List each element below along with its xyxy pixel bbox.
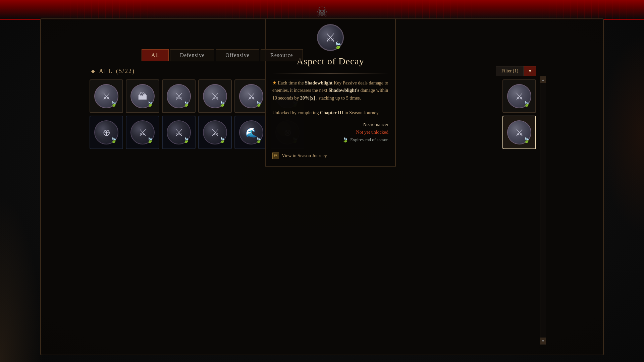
right-aspect-shape-1: ⚔ [515, 91, 524, 102]
desc-each-time: Each time the [278, 80, 305, 85]
aspect-icon-5: ⚔ 🍃 [239, 84, 263, 108]
aspect-icon-3: ⚔ 🍃 [167, 84, 191, 108]
tooltip-divider-bottom [272, 146, 388, 146]
top-border: ☠ [0, 0, 644, 20]
leaf-icon-10: 🍃 [219, 137, 226, 143]
aspect-shape-2: 🏔 [138, 91, 147, 102]
leaf-icon-3: 🍃 [183, 101, 190, 107]
tab-offensive[interactable]: Offensive [216, 49, 259, 61]
tab-bar: All Defensive Offensive Resource [142, 49, 303, 61]
grid-item-7[interactable]: ⊕ 🍃 [90, 116, 123, 149]
right-aspect-shape-2: ⚔ [515, 127, 524, 138]
leaf-icon-8: 🍃 [147, 137, 153, 143]
leaf-icon-4: 🍃 [219, 101, 226, 107]
grid-item-3[interactable]: ⚔ 🍃 [162, 79, 196, 113]
leaf-icon-9: 🍃 [183, 137, 190, 143]
diamond-icon: ◆ [91, 68, 96, 74]
grid-item-4[interactable]: ⚔ 🍃 [198, 79, 232, 113]
aspect-shape-8: ⚔ [139, 127, 147, 138]
desc-shadowblight-1: Shadowblight [305, 80, 332, 85]
tooltip-class-label: Necromancer [363, 122, 388, 127]
leaf-icon-1: 🍃 [110, 101, 117, 107]
chapter-text: Chapter III [320, 110, 343, 115]
right-leaf-2: 🍃 [523, 137, 530, 143]
leaf-icon-7: 🍃 [110, 137, 117, 143]
leaf-icon-2: 🍃 [147, 101, 153, 107]
tooltip-expires: 🍃 Expires end of season [266, 136, 395, 144]
aspect-icon-9: ⚔ 🍃 [167, 120, 191, 144]
unlock-prefix: Unlocked by completing [272, 110, 320, 115]
aspect-scythe-1: ⚔ [102, 91, 111, 102]
aspect-shape-11: 🌊 [246, 127, 257, 138]
filter-arrow-icon[interactable]: ▼ [524, 66, 536, 76]
desc-percent: 20%[x] [300, 96, 315, 101]
all-text: ALL [99, 68, 113, 75]
tab-resource[interactable]: Resource [261, 49, 303, 61]
right-item-2-selected[interactable]: ⚔ 🍃 [502, 116, 536, 149]
view-journey-label: View in Season Journey [282, 153, 327, 159]
desc-shadowblight-2: Shadowblight's [328, 88, 359, 93]
filter-label: Filter (1) [496, 66, 524, 76]
aspect-icon-1: ⚔ 🍃 [94, 84, 118, 108]
leaf-icon-11: 🍃 [255, 137, 262, 143]
aspect-shape-7: ⊕ [103, 127, 110, 138]
aspect-icon-2: 🏔 🍃 [130, 84, 155, 108]
grid-item-2[interactable]: 🏔 🍃 [126, 79, 159, 113]
season-journey-icon: 🗺 [272, 153, 279, 159]
grid-item-5[interactable]: ⚔ 🍃 [234, 79, 268, 113]
grid-item-1[interactable]: ⚔ 🍃 [90, 79, 123, 113]
view-journey-button[interactable]: 🗺 View in Season Journey [266, 149, 395, 161]
aspect-icon-7: ⊕ 🍃 [94, 120, 118, 144]
scrollbar: ▲ ▼ [540, 76, 546, 345]
aspect-shape-10: ⚔ [211, 127, 219, 138]
tooltip-divider-top [272, 73, 388, 74]
tooltip-unlock-text: Unlocked by completing Chapter III in Se… [266, 106, 395, 120]
grid-item-11[interactable]: 🌊 🍃 [234, 116, 268, 149]
tooltip-not-unlocked: Not yet unlocked [266, 129, 395, 136]
all-label-row: ◆ ALL (5/22) [91, 68, 135, 75]
tooltip-description: ★ Each time the Shadowblight Key Passive… [266, 75, 395, 106]
scrollbar-down[interactable]: ▼ [540, 338, 546, 344]
in-season-text: in Season Journey [344, 110, 379, 115]
right-aspect-icon-1: ⚔ 🍃 [507, 84, 531, 108]
right-leaf-1: 🍃 [523, 101, 530, 107]
tooltip-class-row: Necromancer [266, 120, 395, 129]
desc-stacking: , stacking up to 5 times. [316, 96, 361, 101]
grid-item-9[interactable]: ⚔ 🍃 [162, 116, 196, 149]
env-left [0, 194, 44, 362]
tooltip-panel: ⚔ 🍃 Aspect of Decay ★ Each time the Shad… [265, 18, 396, 167]
aspect-icon-8: ⚔ 🍃 [130, 120, 155, 144]
right-aspect-icon-2: ⚔ 🍃 [507, 120, 531, 144]
expires-text: Expires end of season [350, 137, 388, 142]
tab-defensive[interactable]: Defensive [170, 49, 214, 61]
scrollbar-up[interactable]: ▲ [540, 76, 546, 83]
grid-item-10[interactable]: ⚔ 🍃 [198, 116, 232, 149]
tooltip-main-icon: ⚔ 🍃 [317, 24, 344, 51]
right-item-1[interactable]: ⚔ 🍃 [502, 79, 536, 113]
leaf-icon-5: 🍃 [255, 101, 262, 107]
aspect-shape-4: ⚔ [211, 91, 219, 102]
skull-decoration: ☠ [305, 0, 339, 23]
grid-item-8[interactable]: ⚔ 🍃 [126, 116, 159, 149]
expires-leaf-icon: 🍃 [342, 137, 348, 143]
all-count: (5/22) [116, 68, 135, 75]
aspect-icon-10: ⚔ 🍃 [203, 120, 227, 144]
aspect-shape-3: ⚔ [175, 91, 183, 102]
tab-all[interactable]: All [142, 49, 169, 61]
tooltip-leaf-icon: 🍃 [334, 41, 342, 49]
aspect-icon-4: ⚔ 🍃 [203, 84, 227, 108]
right-panel: ⚔ 🍃 ⚔ 🍃 [502, 79, 538, 152]
star-icon: ★ [272, 80, 277, 85]
env-right [600, 34, 644, 235]
aspect-shape-9: ⚔ [175, 127, 183, 138]
aspect-icon-11: 🌊 🍃 [239, 120, 263, 144]
filter-button[interactable]: Filter (1) ▼ [496, 66, 536, 76]
aspect-shape-5: ⚔ [247, 91, 256, 102]
